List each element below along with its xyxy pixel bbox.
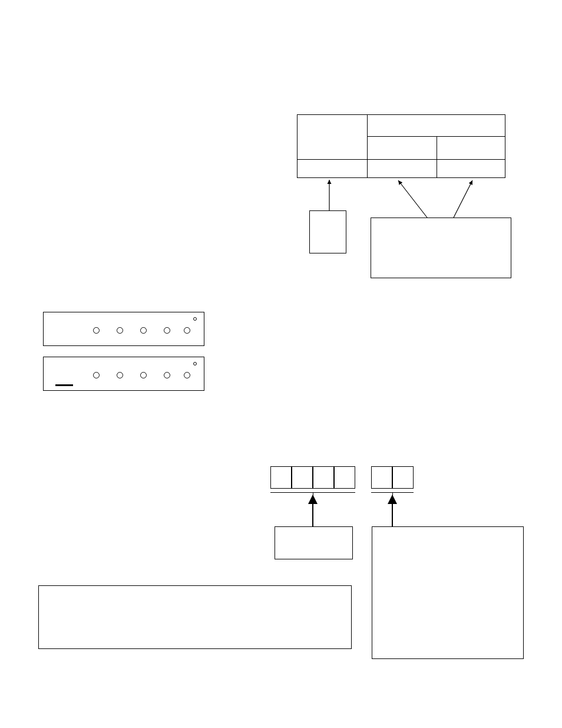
bottom-wide-box [38,585,352,649]
